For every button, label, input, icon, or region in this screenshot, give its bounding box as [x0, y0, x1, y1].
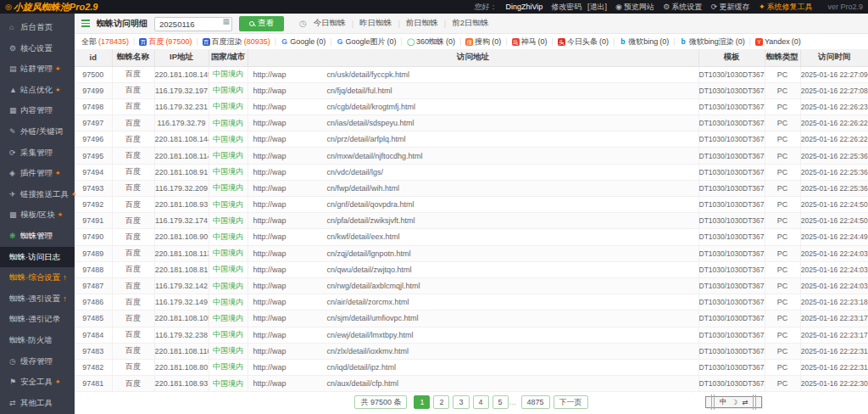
- username: DingZhiVip: [506, 3, 543, 11]
- page-button[interactable]: 1: [414, 395, 430, 409]
- spider-filter-link[interactable]: 马 神马 (0): [512, 36, 548, 48]
- cell-time: 2025-01-16 22:26:22: [800, 115, 868, 131]
- pin-icon: ★: [55, 163, 60, 184]
- spider-filter-link[interactable]: ◯ 360蜘蛛 (0): [407, 36, 455, 48]
- cell-url: http://wapcn/fwp/detail/wih.html: [248, 180, 698, 196]
- cell-time: 2025-01-16 22:24:03: [800, 261, 868, 277]
- clock-icon: ◷: [299, 19, 307, 28]
- tab-昨日蜘蛛[interactable]: 昨日蜘蛛: [359, 18, 392, 29]
- logout-link[interactable]: [退出]: [587, 2, 607, 13]
- site-optimize-icon: ▲: [9, 80, 20, 101]
- topbar-link[interactable]: ◉预览网站: [615, 2, 654, 13]
- sidebar-item[interactable]: ◷ 缓存管理: [0, 351, 75, 372]
- spider-filter-link[interactable]: 百 百度渲染 (80935): [203, 36, 270, 48]
- sidebar-item[interactable]: ⟳ 采集管理: [0, 143, 75, 164]
- spider-filter-link[interactable]: 百 百度 (97500): [139, 36, 192, 48]
- tab-前2日蜘蛛[interactable]: 前2日蜘蛛: [452, 18, 488, 29]
- filter-count: (0): [492, 37, 501, 46]
- cell-region: 中国境内: [209, 148, 248, 164]
- cell-id: 97488: [75, 261, 112, 277]
- next-page-button[interactable]: 下一页: [554, 395, 588, 409]
- spider-filter-link[interactable]: 全部 (178435): [81, 36, 129, 48]
- sidebar-item[interactable]: ✈ 链接推送工具 ★: [0, 184, 75, 205]
- sidebar-item[interactable]: 蜘蛛·访问日志: [0, 247, 75, 268]
- filter-count: (0): [538, 37, 548, 46]
- change-password-link[interactable]: 修改密码 [退出]: [551, 2, 607, 13]
- sidebar-item[interactable]: ✎ 外链/关键词: [0, 121, 75, 143]
- topbar-link[interactable]: ⟳更新缓存: [711, 2, 750, 13]
- ime-language-bar[interactable]: 中☽⇄: [705, 396, 762, 408]
- page-ellipsis: …: [509, 398, 517, 406]
- table-row: 97491 百度 116.179.32.174 中国境内 http://wapc…: [75, 213, 868, 229]
- tab-前日蜘蛛[interactable]: 前日蜘蛛: [406, 18, 438, 29]
- cell-id: 97500: [75, 66, 112, 82]
- sidebar-item[interactable]: ⌂ 后台首页: [0, 17, 75, 38]
- table-row: 97497 百度 116.179.32.79 中国境内 http://wapcn…: [75, 115, 868, 131]
- cell-id: 97496: [75, 131, 112, 148]
- page-button[interactable]: 3: [453, 395, 469, 409]
- cell-region: 中国境内: [209, 229, 248, 245]
- last-page-button[interactable]: 4875: [521, 395, 550, 409]
- filter-count: (0): [316, 37, 326, 46]
- sidebar-item[interactable]: ⚙ 核心设置: [0, 38, 75, 59]
- sidebar-item[interactable]: ▤ 站群管理 ★: [0, 59, 75, 80]
- sidebar-item[interactable]: ▩ 模板/区块 ★: [0, 204, 75, 226]
- spider-filter-link[interactable]: b 微软bing渲染 (0): [680, 36, 745, 48]
- ime-switch-icon[interactable]: ⇄: [742, 398, 748, 406]
- sidebar-item-label: 模板/区块: [20, 204, 55, 226]
- sidebar-item[interactable]: ⇄ 其他工具: [0, 393, 75, 414]
- sidebar-item[interactable]: ▲ 站点优化 ★: [0, 80, 75, 101]
- cell-id: 97486: [75, 294, 112, 310]
- spider-filter-link[interactable]: G Google (0): [281, 37, 326, 46]
- cell-ip: 116.179.32.231: [154, 98, 209, 115]
- spider-filter-link[interactable]: Y Yandex (0): [755, 37, 801, 46]
- cell-region: 中国境内: [209, 310, 248, 327]
- cell-time: 2025-01-16 22:24:50: [800, 213, 868, 229]
- spider-filter-link[interactable]: b 微软bing (0): [619, 36, 669, 48]
- ime-mode-chinese[interactable]: 中: [720, 397, 727, 407]
- filter-separator: |: [275, 37, 276, 46]
- table-header-row: id蜘蛛名称IP地址国家/城市访问地址模板蜘蛛类型访问时间: [75, 49, 868, 66]
- sidebar-item-label: 蜘蛛·综合设置: [9, 267, 60, 288]
- spider-filter-link[interactable]: G Google图片 (0): [337, 36, 397, 48]
- cell-url: http://wapcn/cgb/detail/krogtmfj.html: [248, 98, 698, 115]
- core-settings-icon: ⚙: [9, 38, 20, 59]
- topbar-link[interactable]: ⚙系统设置: [663, 2, 702, 13]
- sidebar-item[interactable]: 蜘蛛·综合设置 ↑: [0, 267, 75, 288]
- sidebar-item[interactable]: 蜘蛛·防火墙: [0, 330, 75, 351]
- wrench-icon: ✦: [759, 3, 765, 11]
- column-header: 国家/城市: [209, 49, 248, 66]
- table-row: 97484 百度 116.179.32.238 中国境内 http://wapc…: [75, 327, 868, 343]
- cell-region: 中国境内: [209, 327, 248, 343]
- ime-fullwidth-icon[interactable]: ☽: [732, 398, 738, 406]
- sidebar-item-label: 外链/关键词: [20, 121, 63, 143]
- sidebar-item[interactable]: ⚑ 安全工具 ★: [0, 372, 75, 393]
- page-button[interactable]: 5: [492, 395, 509, 409]
- filter-label: 百度渲染: [212, 36, 242, 48]
- cell-id: 97492: [75, 197, 112, 213]
- sidebar-item[interactable]: ❋ 蜘蛛管理: [0, 226, 75, 247]
- cell-id: 97491: [75, 213, 112, 229]
- cell-template: DT1030/1030DT3673: [698, 164, 765, 180]
- sidebar-item[interactable]: ◈ 插件管理 ★: [0, 163, 75, 184]
- cell-spider-type: PC: [765, 343, 800, 359]
- spider-filter-link[interactable]: 头 今日头条 (0): [558, 36, 609, 48]
- yandex-icon: Y: [755, 38, 763, 46]
- page-button[interactable]: 2: [433, 395, 449, 409]
- filter-separator: |: [330, 37, 331, 46]
- sidebar-item[interactable]: ▦ 内容管理: [0, 100, 75, 121]
- sidebar-item[interactable]: 蜘蛛·强引记录: [0, 309, 75, 330]
- tab-separator: |: [444, 19, 446, 28]
- cell-template: DT1030/1030DT3673: [698, 197, 765, 213]
- cell-id: 97482: [75, 359, 112, 375]
- cell-region: 中国境内: [209, 131, 248, 148]
- page-button[interactable]: 4: [473, 395, 489, 409]
- date-input[interactable]: [154, 17, 232, 31]
- view-button[interactable]: 查看: [239, 16, 284, 31]
- topbar-link[interactable]: ✦系统修复工具: [759, 2, 813, 13]
- spider-filter-link[interactable]: 搜 搜狗 (0): [465, 36, 501, 48]
- sidebar-item[interactable]: 蜘蛛·强引设置 ↑: [0, 288, 75, 310]
- cell-region: 中国境内: [209, 376, 248, 392]
- tab-今日蜘蛛[interactable]: 今日蜘蛛: [314, 18, 346, 29]
- calendar-icon[interactable]: ▦: [222, 17, 230, 25]
